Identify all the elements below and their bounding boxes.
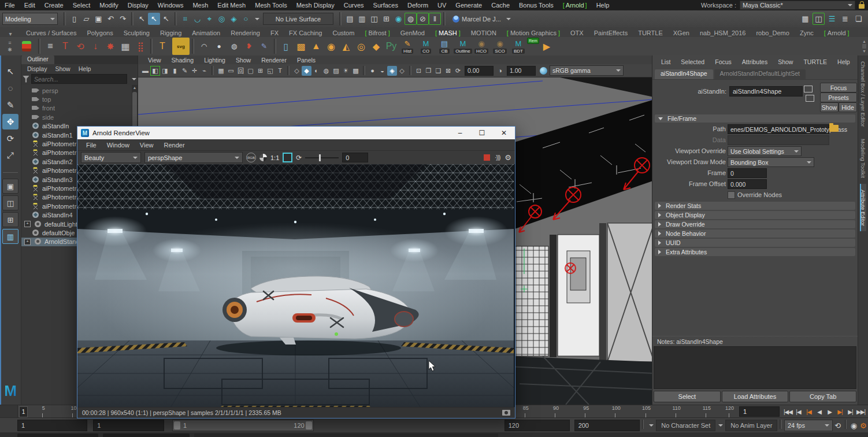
menu-item[interactable]: Edit Mesh <box>213 2 250 9</box>
lasso-select-tool[interactable]: ◌ <box>2 80 18 96</box>
menu-item[interactable]: Help <box>592 2 614 9</box>
no-render-icon[interactable]: ⊘ <box>417 13 429 25</box>
pause-icon[interactable]: ‖ <box>429 13 441 25</box>
shelf-labeled-button[interactable]: M CO <box>417 39 435 54</box>
mash-dots-icon[interactable]: ⣿ <box>133 39 148 54</box>
shelf-tab[interactable]: nab_HSM_2016 <box>695 29 751 37</box>
layout-four-pane[interactable]: ⊞ <box>2 212 18 227</box>
rendered-image[interactable] <box>77 164 515 407</box>
animation-start-field[interactable]: 1 <box>17 420 87 431</box>
rgb-channels-icon[interactable]: RGB <box>246 153 256 162</box>
outliner-item[interactable]: + front <box>21 104 138 113</box>
menu-item[interactable]: Deform <box>403 2 433 9</box>
expand-icon[interactable]: + <box>24 221 31 227</box>
sidebar-vertical-tab[interactable]: Channel Box / Layer Editor <box>860 55 866 133</box>
mash-waiter-icon[interactable]: ≡ <box>43 39 58 54</box>
auto-keyframe-icon[interactable]: ◉ <box>849 420 858 431</box>
hide-button[interactable]: Hide <box>839 102 857 112</box>
resolution-gate-icon[interactable]: 回 <box>236 66 246 76</box>
attribute-editor-menu-item[interactable]: Selected <box>676 58 710 65</box>
import-doc-icon[interactable]: ▯ <box>279 39 294 54</box>
outliner-item[interactable]: + persp <box>21 86 138 95</box>
menu-item[interactable]: Mesh <box>188 2 213 9</box>
shelf-tab[interactable]: Animation <box>187 29 225 37</box>
attribute-editor-menu-item[interactable]: Help <box>832 58 855 65</box>
frame-offset-field[interactable]: 0.000 <box>728 179 767 189</box>
debug-shading-slider[interactable] <box>305 157 339 158</box>
viewport-menu-item[interactable]: Show <box>231 57 256 64</box>
move-tool[interactable]: ✥ <box>2 114 18 129</box>
mash-grid-icon[interactable]: ▦ <box>118 39 133 54</box>
shelf-tab[interactable]: GenMod <box>395 29 430 37</box>
mash-text-icon[interactable]: T <box>58 39 73 54</box>
xray-icon[interactable]: ◈ <box>387 66 397 76</box>
render-region-icon[interactable] <box>283 153 292 162</box>
shelf-tab[interactable]: OTX <box>565 29 589 37</box>
gamma-field[interactable]: 1.00 <box>507 66 536 76</box>
mash-spiral-icon[interactable]: ✸ <box>103 39 118 54</box>
shelf-hamburger-icon[interactable]: ≡ <box>8 40 11 46</box>
show-button[interactable]: Show <box>820 102 839 112</box>
menu-set-selector[interactable]: Modeling <box>2 13 58 25</box>
chevron-down-icon[interactable] <box>255 18 259 20</box>
shelf-labeled-button[interactable]: M BDT <box>510 39 527 54</box>
renderview-menu-item[interactable]: File <box>81 142 102 149</box>
connection-out-icon[interactable] <box>806 95 814 102</box>
collapsed-section-header[interactable]: Extra Attributes <box>655 248 855 256</box>
render-icon[interactable]: ◉ <box>392 13 405 25</box>
viewport-menu-item[interactable]: View <box>143 57 166 64</box>
shelf-tab[interactable]: MOTION <box>466 29 502 37</box>
menu-item[interactable]: Generate <box>451 2 487 9</box>
frame-field[interactable]: 0 <box>728 168 767 178</box>
select-tool[interactable]: ↖ <box>2 64 18 79</box>
node-name-field[interactable]: aiStandIn4Shape <box>729 86 803 97</box>
shelf-labeled-button[interactable]: ▤ CB <box>436 39 453 54</box>
menu-item[interactable]: Cache <box>487 2 514 9</box>
menu-item[interactable]: Mesh Tools <box>250 2 291 9</box>
viewport-draw-mode-dropdown[interactable]: Bounding Box <box>728 157 814 167</box>
layout-two-pane[interactable]: ◫ <box>2 195 18 210</box>
menu-item[interactable]: Bonus Tools <box>514 2 558 9</box>
color-wheel-icon[interactable] <box>259 154 267 161</box>
menu-item[interactable]: Surfaces <box>369 2 403 9</box>
sidebar-vertical-tab[interactable]: Attribute Editor <box>860 184 866 232</box>
redo-icon[interactable]: ↷ <box>117 13 129 25</box>
attribute-editor-tab[interactable]: aiStandIn4Shape <box>655 69 713 79</box>
connection-in-icon[interactable] <box>804 86 813 92</box>
outliner-panel-tab[interactable]: Outliner <box>21 55 54 64</box>
step-back-frame-button[interactable]: |◀ <box>793 406 803 417</box>
focus-button[interactable]: Focus <box>820 83 857 92</box>
menu-item[interactable]: UV <box>433 2 451 9</box>
menu-item[interactable]: Select <box>68 2 95 9</box>
undo-icon[interactable]: ↶ <box>105 13 117 25</box>
use-all-lights-icon[interactable]: ◍ <box>321 66 331 76</box>
mash-cone-icon[interactable]: ▲ <box>309 39 324 54</box>
animation-end-field[interactable]: 200 <box>574 420 640 431</box>
construction-history-icon[interactable]: ⊞ <box>380 13 392 25</box>
character-controls-icon[interactable]: ◫ <box>813 13 825 25</box>
overscan-icon[interactable]: ⌁ <box>199 66 209 76</box>
presets-button[interactable]: Presets <box>820 92 857 102</box>
collapsed-section-header[interactable]: Render Stats <box>655 202 855 210</box>
shelf-tab[interactable]: Sculpting <box>118 29 155 37</box>
gate-mask-icon[interactable]: ▢ <box>246 66 255 76</box>
menu-item[interactable]: File <box>0 2 20 9</box>
snap-to-view-plane-icon[interactable]: ◈ <box>228 13 240 25</box>
attribute-editor-footer-button[interactable]: Load Attributes <box>722 391 789 402</box>
attribute-editor-menu-item[interactable]: Attributes <box>737 58 773 65</box>
shelf-gear-icon[interactable]: ✱ <box>8 47 12 53</box>
emitter-icon[interactable]: ◍ <box>227 39 242 54</box>
viewport-menu-item[interactable]: Panels <box>292 57 321 64</box>
select-camera-icon[interactable]: ▬ <box>140 66 150 76</box>
menu-item[interactable]: Edit <box>20 2 40 9</box>
path-field[interactable]: enes/DEMOS_ARNOLD/DN_Prototype.ass <box>728 124 829 134</box>
renderview-settings-icon[interactable]: ⚙ <box>505 153 511 162</box>
snap-to-projected-center-icon[interactable]: ◎ <box>216 13 228 25</box>
layout-persp-outliner[interactable]: ▥ <box>2 229 18 244</box>
shelf-labeled-button[interactable]: M Outline <box>454 39 472 54</box>
layout-single-pane[interactable]: ▣ <box>2 179 18 194</box>
exposure-icon[interactable]: ⟳ <box>453 66 463 76</box>
collapsed-section-header[interactable]: Object Display <box>655 211 855 219</box>
outliner-item[interactable]: + top <box>21 95 138 103</box>
blob-icon[interactable]: ❥ <box>242 39 257 54</box>
